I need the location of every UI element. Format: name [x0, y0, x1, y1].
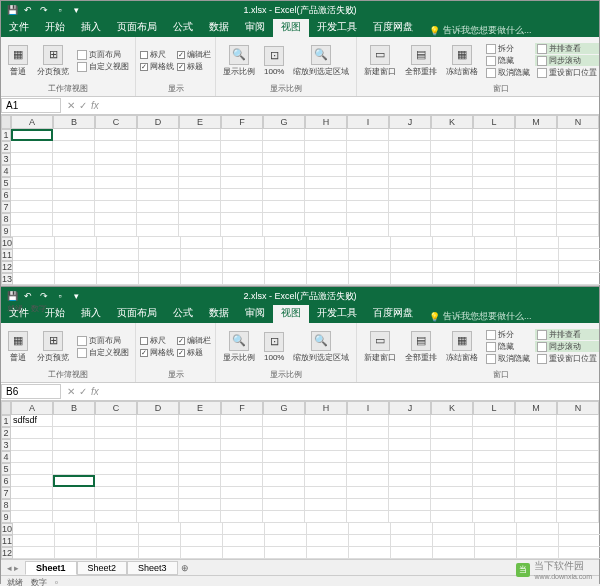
gridlines-checkbox[interactable]: ✓网格线	[140, 61, 174, 72]
cell[interactable]	[265, 249, 307, 261]
zoom-button[interactable]: 🔍显示比例	[220, 330, 258, 364]
tab-data[interactable]: 数据	[201, 17, 237, 37]
cell[interactable]	[431, 451, 473, 463]
cell[interactable]	[139, 261, 181, 273]
cell[interactable]	[557, 451, 599, 463]
cell[interactable]	[11, 165, 53, 177]
row-header[interactable]: 8	[1, 213, 11, 225]
cell[interactable]	[347, 189, 389, 201]
new-icon[interactable]: ▫	[55, 5, 65, 15]
cell[interactable]	[515, 129, 557, 141]
col-header[interactable]: E	[179, 115, 221, 129]
cell[interactable]	[305, 439, 347, 451]
cell[interactable]	[179, 165, 221, 177]
row-header[interactable]: 10	[1, 237, 13, 249]
cell[interactable]	[347, 201, 389, 213]
cell[interactable]	[95, 475, 137, 487]
cell[interactable]	[389, 129, 431, 141]
cell[interactable]	[557, 499, 599, 511]
col-header[interactable]: J	[389, 115, 431, 129]
redo-icon[interactable]: ↷	[39, 291, 49, 301]
cell[interactable]	[475, 261, 517, 273]
col-header[interactable]: E	[179, 401, 221, 415]
cell[interactable]	[53, 415, 95, 427]
sheet-prev-icon[interactable]: ◂	[7, 563, 12, 573]
cell[interactable]	[473, 225, 515, 237]
cell[interactable]	[473, 141, 515, 153]
cell[interactable]	[11, 487, 53, 499]
cell[interactable]	[95, 439, 137, 451]
fx-icon[interactable]: fx	[91, 100, 99, 111]
cell[interactable]	[389, 499, 431, 511]
cell[interactable]	[559, 249, 600, 261]
pagebreak-button[interactable]: ⊞分页预览	[34, 44, 72, 78]
cell[interactable]	[305, 225, 347, 237]
cell[interactable]	[53, 177, 95, 189]
col-header[interactable]: M	[515, 115, 557, 129]
cell[interactable]	[557, 439, 599, 451]
cell[interactable]	[179, 475, 221, 487]
cell[interactable]	[515, 487, 557, 499]
cell[interactable]	[389, 177, 431, 189]
unhide-button[interactable]: 取消隐藏	[484, 353, 532, 364]
cell[interactable]	[95, 499, 137, 511]
cell[interactable]	[433, 523, 475, 535]
hide-button[interactable]: 隐藏	[484, 55, 532, 66]
cell[interactable]	[139, 535, 181, 547]
cell[interactable]	[517, 249, 559, 261]
cell[interactable]	[137, 499, 179, 511]
tab-dev[interactable]: 开发工具	[309, 303, 365, 323]
headings-checkbox[interactable]: ✓标题	[177, 61, 211, 72]
pagebreak-button[interactable]: ⊞分页预览	[34, 330, 72, 364]
cell[interactable]	[137, 201, 179, 213]
col-header[interactable]: H	[305, 115, 347, 129]
record-macro-icon[interactable]: ▫	[55, 578, 58, 586]
cell[interactable]	[137, 439, 179, 451]
cell[interactable]	[305, 213, 347, 225]
cell[interactable]	[389, 475, 431, 487]
tab-review[interactable]: 审阅	[237, 303, 273, 323]
row-header[interactable]: 7	[1, 201, 11, 213]
cell[interactable]	[137, 463, 179, 475]
cell[interactable]	[263, 439, 305, 451]
sheet-tab-2[interactable]: Sheet2	[77, 561, 128, 575]
col-header[interactable]: A	[11, 401, 53, 415]
cell[interactable]	[13, 547, 55, 559]
cell[interactable]	[11, 499, 53, 511]
cell[interactable]	[263, 189, 305, 201]
cell[interactable]	[557, 213, 599, 225]
cell[interactable]	[263, 427, 305, 439]
cell[interactable]	[473, 213, 515, 225]
col-header[interactable]: C	[95, 115, 137, 129]
cell[interactable]	[139, 249, 181, 261]
cell[interactable]	[53, 129, 95, 141]
col-header[interactable]: G	[263, 115, 305, 129]
split-button[interactable]: 拆分	[484, 329, 532, 340]
cell[interactable]	[431, 415, 473, 427]
row-header[interactable]: 5	[1, 463, 11, 475]
cell[interactable]	[389, 153, 431, 165]
cell[interactable]	[11, 225, 53, 237]
cell[interactable]	[263, 511, 305, 523]
normal-view-button[interactable]: ▦普通	[5, 330, 31, 364]
cell[interactable]	[305, 499, 347, 511]
tab-formula[interactable]: 公式	[165, 17, 201, 37]
cell[interactable]	[181, 535, 223, 547]
cell[interactable]	[137, 141, 179, 153]
cell[interactable]	[221, 487, 263, 499]
cell[interactable]	[179, 427, 221, 439]
cell[interactable]	[11, 213, 53, 225]
cell[interactable]	[95, 415, 137, 427]
cell[interactable]	[515, 189, 557, 201]
cell[interactable]	[179, 189, 221, 201]
cell[interactable]	[263, 475, 305, 487]
col-header[interactable]: L	[473, 115, 515, 129]
row-header[interactable]: 2	[1, 141, 11, 153]
cell[interactable]	[55, 547, 97, 559]
cell[interactable]	[55, 249, 97, 261]
cell[interactable]	[389, 165, 431, 177]
cell[interactable]	[221, 439, 263, 451]
cell[interactable]	[557, 177, 599, 189]
row-header[interactable]: 4	[1, 451, 11, 463]
cell[interactable]	[307, 249, 349, 261]
